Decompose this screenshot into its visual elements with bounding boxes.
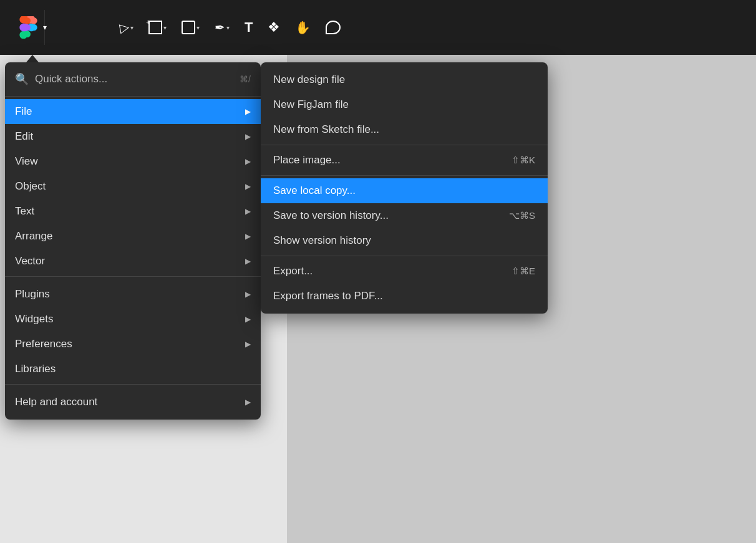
component-tool-button[interactable]: ❖ — [263, 16, 285, 39]
menu-item-widgets[interactable]: Widgets ▶ — [5, 307, 261, 332]
submenu-item-save-version[interactable]: Save to version history... ⌥⌘S — [261, 203, 548, 228]
submenu-arrow-text: ▶ — [245, 207, 251, 216]
file-submenu: New design file New FigJam file New from… — [261, 62, 548, 314]
submenu-item-new-figjam[interactable]: New FigJam file — [261, 92, 548, 117]
hand-tool-button[interactable]: ✋ — [290, 16, 316, 39]
svg-rect-1 — [31, 17, 37, 24]
pen-tool-button[interactable]: ✒ ▾ — [210, 16, 235, 39]
submenu-divider-1 — [261, 145, 548, 145]
menu-item-preferences[interactable]: Preferences ▶ — [5, 332, 261, 357]
menu-divider-1 — [5, 96, 261, 97]
svg-rect-4 — [24, 31, 31, 37]
menu-item-edit[interactable]: Edit ▶ — [5, 124, 261, 149]
submenu-item-export[interactable]: Export... ⇧⌘E — [261, 259, 548, 284]
submenu-item-export-pdf[interactable]: Export frames to PDF... — [261, 284, 548, 309]
menu-item-libraries[interactable]: Libraries — [5, 357, 261, 382]
toolbar: ▾ ▷ ▾ + ▾ ▾ ✒ ▾ T ❖ ✋ — [0, 0, 756, 55]
submenu-item-new-sketch[interactable]: New from Sketch file... — [261, 117, 548, 142]
quick-actions-row[interactable]: 🔍 Quick actions... ⌘/ — [5, 67, 261, 94]
submenu-arrow-vector: ▶ — [245, 257, 251, 266]
menu-item-object[interactable]: Object ▶ — [5, 174, 261, 199]
menu-item-text[interactable]: Text ▶ — [5, 199, 261, 224]
submenu-item-save-local[interactable]: Save local copy... — [261, 178, 548, 203]
menu-item-arrange[interactable]: Arrange ▶ — [5, 224, 261, 249]
search-icon: 🔍 — [15, 72, 29, 86]
menu-item-file[interactable]: File ▶ — [5, 99, 261, 124]
text-tool-button[interactable]: T — [240, 16, 258, 39]
menu-item-plugins[interactable]: Plugins ▶ — [5, 282, 261, 307]
svg-rect-2 — [24, 24, 31, 31]
comment-tool-button[interactable] — [321, 17, 346, 38]
submenu-arrow-preferences: ▶ — [245, 340, 251, 348]
submenu-arrow-arrange: ▶ — [245, 232, 251, 241]
frame-tool-button[interactable]: + ▾ — [143, 17, 172, 38]
submenu-item-new-design[interactable]: New design file — [261, 67, 548, 92]
menu-item-view[interactable]: View ▶ — [5, 149, 261, 174]
quick-actions-shortcut: ⌘/ — [240, 74, 251, 84]
shape-tool-button[interactable]: ▾ — [177, 17, 205, 38]
menu-divider-2 — [5, 276, 261, 277]
primary-menu: 🔍 Quick actions... ⌘/ File ▶ Edit ▶ View… — [5, 62, 261, 420]
submenu-arrow-widgets: ▶ — [245, 315, 251, 324]
submenu-item-place-image[interactable]: Place image... ⇧⌘K — [261, 148, 548, 173]
submenu-arrow-help: ▶ — [245, 398, 251, 406]
move-tool-button[interactable]: ▷ ▾ — [115, 16, 138, 39]
submenu-item-show-version[interactable]: Show version history — [261, 228, 548, 253]
submenu-arrow-object: ▶ — [245, 182, 251, 191]
submenu-divider-3 — [261, 256, 548, 256]
svg-rect-0 — [24, 17, 31, 24]
submenu-arrow-edit: ▶ — [245, 132, 251, 141]
submenu-divider-2 — [261, 175, 548, 176]
svg-point-3 — [31, 24, 37, 31]
submenu-arrow-plugins: ▶ — [245, 290, 251, 299]
menu-divider-3 — [5, 384, 261, 385]
menu-arrow-indicator — [26, 55, 39, 62]
menu-item-vector[interactable]: Vector ▶ — [5, 249, 261, 274]
submenu-arrow-view: ▶ — [245, 157, 251, 166]
quick-actions-label: Quick actions... — [35, 73, 233, 85]
figma-menu-button[interactable]: ▾ — [21, 17, 47, 37]
menu-item-help[interactable]: Help and account ▶ — [5, 390, 261, 415]
submenu-arrow-file: ▶ — [245, 107, 251, 116]
